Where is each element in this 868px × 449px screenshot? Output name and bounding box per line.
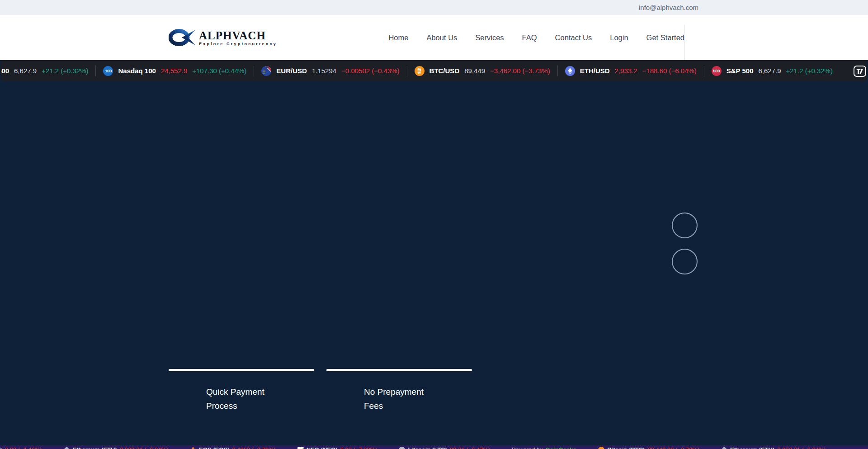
market-ticker-tape: 5006,627.9+21.2 (+0.32%)100Nasdaq 10024,… — [1, 60, 867, 81]
coin-name: Bitcoin (BTC) — [607, 446, 645, 449]
nav-link-home[interactable]: Home — [388, 33, 408, 42]
coin-price: 2.02 (−4.46%) — [5, 446, 42, 449]
crypto-marquee-row: XRP (XRP)2.02 (−4.46%)Ethereum (ETH)2,93… — [0, 446, 826, 449]
coin-price: 2,933.21 (−6.04%) — [777, 446, 826, 449]
ticker-value: 89,449 — [464, 67, 485, 75]
nav-link-get-started[interactable]: Get Started — [646, 33, 684, 42]
litecoin-icon — [399, 447, 405, 449]
marquee-coin-litecoin-ltc[interactable]: Litecoin (LTC)88.21 (−6.47%) — [399, 446, 490, 449]
ticker-symbol: ETH/USD — [580, 67, 610, 75]
s-p-500-badge-icon: 500 — [712, 66, 722, 76]
nav-link-about-us[interactable]: About Us — [426, 33, 457, 42]
ticker-item-btc-usd[interactable]: BTC/USD89,449−3,462.00 (−3.73%) — [407, 66, 557, 76]
ticker-value: 6,627.9 — [14, 67, 37, 75]
eur-usd-badge-icon — [261, 66, 271, 76]
carousel-prev-button[interactable] — [672, 213, 698, 238]
eth-usd-badge-icon — [565, 66, 575, 76]
marquee-coin-bitcoin-btc[interactable]: Bitcoin (BTC)89,449.00 (−3.73%) — [598, 446, 699, 449]
ticker-value: 1.15294 — [312, 67, 336, 75]
bitcoin-icon — [598, 447, 604, 449]
coin-name: Ethereum (ETH) — [730, 446, 774, 449]
marquee-coin-ethereum-eth[interactable]: Ethereum (ETH)2,933.21 (−6.04%) — [64, 446, 169, 449]
ticker-symbol: EUR/USD — [276, 67, 307, 75]
coingecko-attribution[interactable]: Powered byCoinGecko — [512, 446, 576, 449]
ticker-item-nasdaq-100[interactable]: 100Nasdaq 10024,552.9+107.30 (+0.44%) — [95, 66, 254, 76]
ticker-change: +107.30 (+0.44%) — [192, 67, 246, 75]
ticker-item-500[interactable]: 5006,627.9+21.2 (+0.32%) — [1, 66, 95, 76]
coin-name: Ethereum (ETH) — [73, 446, 117, 449]
marquee-coin-xrp-xrp[interactable]: XRP (XRP)2.02 (−4.46%) — [0, 446, 42, 449]
ticker-item-eth-usd[interactable]: ETH/USD2,933.2−188.60 (−6.04%) — [557, 66, 704, 76]
nav-link-contact-us[interactable]: Contact Us — [555, 33, 592, 42]
main-nav: HomeAbout UsServicesFAQContact UsLoginGe… — [388, 15, 684, 60]
nav-link-login[interactable]: Login — [610, 33, 628, 42]
coin-price: 0.4863 (−3.79%) — [232, 446, 275, 449]
powered-by-label: Powered by — [512, 446, 543, 449]
alphvach-logo-icon — [169, 28, 196, 48]
ticker-symbol: Nasdaq 100 — [118, 67, 156, 75]
site-header: ALPHVACH Explore Cryptocurrency HomeAbou… — [0, 15, 868, 60]
tradingview-logo-icon[interactable] — [854, 66, 866, 77]
logo-name: ALPHVACH — [199, 30, 277, 41]
coin-name: XRP (XRP) — [0, 446, 2, 449]
feature-card: No Prepayment Fees — [326, 369, 472, 413]
coin-name: Litecoin (LTC) — [408, 446, 447, 449]
nav-divider — [684, 25, 685, 60]
feature-divider-bar — [169, 369, 314, 371]
coin-price: 88.21 (−6.47%) — [450, 446, 490, 449]
marquee-coin-eos-eos[interactable]: EOS (EOS)0.4863 (−3.79%) — [190, 446, 276, 449]
ticker-change: −0.00502 (−0.43%) — [341, 67, 399, 75]
ticker-change: −188.60 (−6.04%) — [642, 67, 697, 75]
contact-email-link[interactable]: info@alphvach.com — [639, 0, 698, 15]
coin-price: 2,933.21 (−6.04%) — [120, 446, 168, 449]
ticker-symbol: S&P 500 — [726, 67, 754, 75]
nav-link-faq[interactable]: FAQ — [522, 33, 537, 42]
carousel-next-button[interactable] — [672, 249, 698, 274]
hero-section: Quick Payment Process No Prepayment Fees — [0, 81, 868, 445]
btc-usd-badge-icon — [415, 66, 425, 76]
coin-name: EOS (EOS) — [199, 446, 229, 449]
ethereum-icon — [64, 447, 70, 449]
ticker-items: 5006,627.9+21.2 (+0.32%)100Nasdaq 10024,… — [1, 66, 840, 76]
marquee-coin-neo-neo[interactable]: NEO (NEO)5.02 (−7.30%) — [297, 446, 377, 449]
ticker-change: −3,462.00 (−3.73%) — [490, 67, 550, 75]
ticker-item-s-p-500[interactable]: 500S&P 5006,627.9+21.2 (+0.32%) — [704, 66, 840, 76]
ethereum-icon — [721, 447, 727, 449]
topbar: info@alphvach.com — [0, 0, 868, 15]
feature-card: Quick Payment Process — [169, 369, 314, 413]
nasdaq-100-badge-icon: 100 — [103, 66, 113, 76]
ticker-symbol: 500 — [1, 67, 9, 75]
ticker-item-eur-usd[interactable]: EUR/USD1.15294−0.00502 (−0.43%) — [254, 66, 406, 76]
marquee-coin-ethereum-eth[interactable]: Ethereum (ETH)2,933.21 (−6.04%) — [721, 446, 826, 449]
feature-title: Quick Payment Process — [206, 385, 314, 413]
ticker-value: 24,552.9 — [161, 67, 187, 75]
crypto-price-marquee: XRP (XRP)2.02 (−4.46%)Ethereum (ETH)2,93… — [0, 445, 868, 449]
coin-price: 89,449.00 (−3.73%) — [647, 446, 699, 449]
logo-text: ALPHVACH Explore Cryptocurrency — [199, 30, 277, 46]
feature-divider-bar — [326, 369, 472, 371]
coingecko-brand: CoinGecko — [546, 446, 577, 449]
ticker-value: 6,627.9 — [758, 67, 781, 75]
feature-title: No Prepayment Fees — [364, 385, 472, 413]
ticker-change: +21.2 (+0.32%) — [42, 67, 88, 75]
nav-link-services[interactable]: Services — [475, 33, 504, 42]
coin-name: NEO (NEO) — [307, 446, 338, 449]
site-logo[interactable]: ALPHVACH Explore Cryptocurrency — [169, 28, 277, 47]
neo-icon — [297, 447, 304, 449]
ticker-value: 2,933.2 — [615, 67, 637, 75]
ticker-symbol: BTC/USD — [429, 67, 460, 75]
coin-price: 5.02 (−7.30%) — [340, 446, 377, 449]
eos-icon — [190, 447, 196, 449]
logo-tagline: Explore Cryptocurrency — [199, 42, 277, 46]
ticker-change: +21.2 (+0.32%) — [786, 67, 833, 75]
